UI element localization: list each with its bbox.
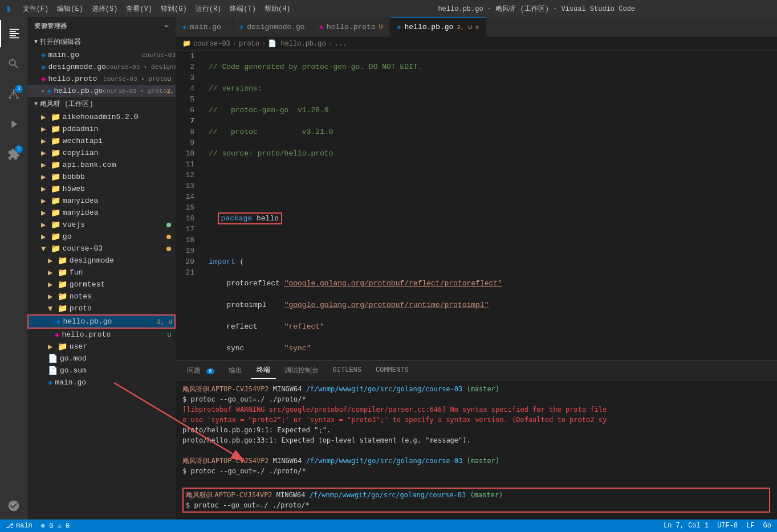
file-go-sum[interactable]: 📄 go.sum (27, 365, 176, 377)
svg-point-2 (17, 97, 19, 99)
file-hello-proto[interactable]: ◈ hello.proto U (27, 329, 176, 341)
activity-search[interactable] (0, 50, 27, 77)
open-editor-hello-pb-go[interactable]: ✕ ◈ hello.pb.go course-03 • proto 2, U (27, 85, 176, 97)
tab-main-go[interactable]: ◈ main.go (176, 17, 233, 36)
terminal-line: $ protoc --go_out=./ ./proto/* (182, 466, 770, 476)
close-tab-icon[interactable]: ✕ (41, 88, 44, 95)
folder-icon: ▼ 📁 (41, 244, 60, 253)
folder-course-03[interactable]: ▼ 📁 course-03 (27, 243, 176, 255)
folder-icon: ▶ 📁 (41, 208, 60, 218)
titlebar-title: hello.pb.go - 飑风呀 (工作区) - Visual Studio … (302, 4, 771, 14)
terminal-line: proto/hello.pb.go:9:1: Expected ";". (182, 425, 770, 435)
panel-tab-comments[interactable]: COMMENTS (370, 363, 414, 378)
line-numbers: 12345 678910 1112131415 1617181920 21 (176, 51, 204, 360)
tab-close-icon[interactable]: ✕ (475, 23, 479, 31)
statusbar-ln-col[interactable]: Ln 7, Col 1 (664, 522, 709, 530)
folder-icon: ▼ 📁 (48, 304, 67, 313)
folder-copylian[interactable]: ▶ 📁 copylian (27, 147, 176, 159)
file-go-mod[interactable]: 📄 go.mod (27, 353, 176, 365)
folder-gormtest[interactable]: ▶ 📁 gormtest (27, 279, 176, 290)
folder-fun[interactable]: ▶ 📁 fun (27, 267, 176, 279)
activity-bar: 3 1 (0, 17, 27, 519)
panel-tab-terminal[interactable]: 终端 (251, 362, 276, 379)
folder-bbbbb[interactable]: ▶ 📁 bbbbb (27, 171, 176, 183)
panel-tab-gitlens[interactable]: GITLENS (327, 363, 367, 378)
tab-hello-pb-go[interactable]: ◈ hello.pb.go 2, U ✕ (390, 17, 486, 36)
file-hello-pb-go[interactable]: ◈ hello.pb.go 2, U (27, 314, 176, 329)
open-editors-section[interactable]: ▼ 打开的编辑器 (27, 35, 176, 49)
status-dot (166, 223, 171, 227)
folder-proto[interactable]: ▼ 📁 proto (27, 302, 176, 314)
go-file-icon: ◈ (48, 378, 52, 387)
workspace-section[interactable]: ▼ 飑风呀 (工作区) (27, 97, 176, 111)
terminal-line (182, 514, 770, 519)
tab-dirty-count: 2, U (457, 24, 471, 31)
terminal-content[interactable]: 飑风呀@LAPTOP-CVJS4VP2 MINGW64 /f/wnmp/wwwg… (176, 380, 777, 519)
folder-icon: ▶ 📁 (41, 232, 60, 242)
statusbar-errors[interactable]: ⊗ 0 ⚠ 0 (41, 522, 70, 530)
folder-h5web[interactable]: ▶ 📁 h5web (27, 183, 176, 195)
folder-icon: ▶ 📁 (48, 342, 67, 351)
code-editor[interactable]: 12345 678910 1112131415 1617181920 21 //… (176, 51, 777, 360)
folder-aikehouadmin[interactable]: ▶ 📁 aikehouadmin5.2.0 (27, 111, 176, 123)
folder-user[interactable]: ▶ 📁 user (27, 341, 176, 353)
menu-terminal[interactable]: 终端(T) (230, 4, 256, 14)
menu-view[interactable]: 查看(V) (126, 4, 152, 14)
folder-notes[interactable]: ▶ 📁 notes (27, 290, 176, 302)
go-file-icon: ◈ (182, 23, 186, 31)
menu-help[interactable]: 帮助(H) (265, 4, 291, 14)
folder-icon: ▶ 📁 (48, 280, 67, 289)
statusbar-branch[interactable]: ⎇ main (6, 522, 32, 530)
panel-tab-debug[interactable]: 调试控制台 (279, 362, 324, 379)
titlebar-menu: 文件(F) 编辑(E) 选择(S) 查看(V) 转到(G) 运行(R) 终端(T… (23, 4, 291, 14)
folder-pddadmin[interactable]: ▶ 📁 pddadmin (27, 123, 176, 135)
folder-vuejs[interactable]: ▶ 📁 vuejs (27, 219, 176, 231)
activity-run[interactable] (0, 111, 27, 138)
activity-remote[interactable] (0, 492, 27, 519)
terminal-line: [libprotobuf WARNING src/google/protobuf… (182, 404, 770, 415)
folder-icon: ▶ 📁 (41, 124, 60, 134)
breadcrumb: 📁 course-03 › proto › 📄 hello.pb.go › ..… (176, 37, 777, 51)
open-editor-main-go[interactable]: ◈ main.go course-03 (27, 49, 176, 61)
vscode-logo: ▮ (6, 3, 11, 14)
folder-icon: ▶ 📁 (41, 220, 60, 230)
go-file-icon: ◈ (41, 62, 46, 72)
go-file-icon: ◈ (397, 23, 401, 31)
folder-wechatapi[interactable]: ▶ 📁 wechatapi (27, 135, 176, 147)
editor-tabs: ◈ main.go ◈ designmode.go ◈ hello.proto … (176, 17, 777, 37)
activity-extensions[interactable]: 1 (0, 141, 27, 168)
tab-designmode-go[interactable]: ◈ designmode.go (233, 17, 312, 36)
terminal-line: 飑风呀@LAPTOP-CVJS4VP2 MINGW64 /f/wnmp/wwwg… (182, 456, 770, 466)
activity-explorer[interactable] (0, 20, 27, 47)
open-editor-designmode-go[interactable]: ◈ designmode.go course-03 • designmode (27, 61, 176, 73)
menu-edit[interactable]: 编辑(E) (57, 4, 83, 14)
folder-go[interactable]: ▶ 📁 go (27, 231, 176, 243)
menu-file[interactable]: 文件(F) (23, 4, 49, 14)
terminal-line: 飑风呀@LAPTOP-CVJS4VP2 MINGW64 /f/wnmp/wwwg… (182, 384, 770, 394)
terminal-line (182, 476, 770, 486)
folder-designmode[interactable]: ▶ 📁 designmode (27, 255, 176, 267)
panel-tab-output[interactable]: 输出 (223, 362, 248, 379)
open-editor-hello-proto[interactable]: ◈ hello.proto course-03 • proto U (27, 73, 176, 85)
statusbar-encoding[interactable]: UTF-8 (717, 522, 738, 530)
panel-tabs: 问题 6 输出 终端 调试控制台 GITLENS COMMENTS (176, 361, 777, 380)
code-content: // Code generated by protoc-gen-go. DO N… (204, 51, 777, 360)
statusbar-line-ending[interactable]: LF (746, 522, 754, 530)
tab-modified-badge: U (379, 23, 383, 30)
menu-select[interactable]: 选择(S) (92, 4, 118, 14)
file-main-go[interactable]: ◈ main.go (27, 377, 176, 388)
folder-manyidea1[interactable]: ▶ 📁 manyidea (27, 195, 176, 207)
folder-icon: ▶ 📁 (48, 268, 67, 277)
panel-tab-problems[interactable]: 问题 6 (181, 362, 220, 379)
sidebar-more-icon[interactable]: ⋯ (165, 22, 169, 30)
terminal-line: $ protoc --go_out=./ ./proto/* (182, 394, 770, 404)
go-file-icon: ◈ (239, 23, 243, 31)
activity-source-control[interactable]: 3 (0, 80, 27, 108)
menu-goto[interactable]: 转到(G) (161, 4, 187, 14)
statusbar-language[interactable]: Go (763, 522, 771, 530)
folder-api-bank[interactable]: ▶ 📁 api.bank.com (27, 159, 176, 171)
folder-manyidea2[interactable]: ▶ 📁 manyidea (27, 207, 176, 219)
menu-run[interactable]: 运行(R) (196, 4, 222, 14)
status-dot (166, 247, 171, 251)
tab-hello-proto[interactable]: ◈ hello.proto U (312, 17, 390, 36)
